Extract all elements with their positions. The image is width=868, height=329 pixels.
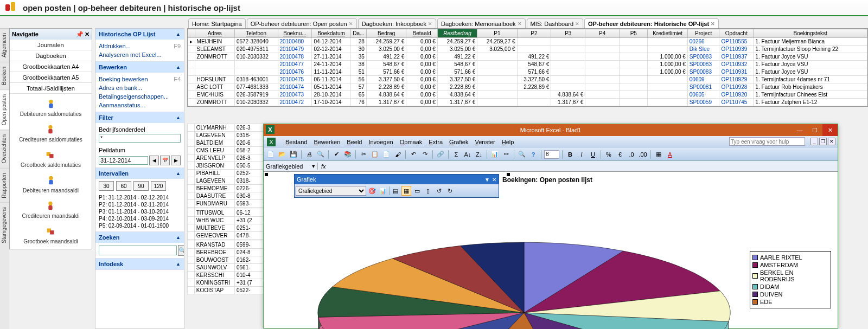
grid-cell[interactable] bbox=[551, 68, 585, 76]
nav-icon-cred-maand[interactable]: Crediteuren maandsaldi bbox=[22, 200, 79, 219]
hyperlink-icon[interactable]: 🔗 bbox=[436, 150, 445, 159]
grid-cell[interactable]: 548,67 € bbox=[517, 61, 551, 68]
table-row[interactable]: SLEEAMST020-49753112010047902-12-2014303… bbox=[188, 46, 867, 53]
grid-cell[interactable] bbox=[585, 61, 620, 68]
grid-cell[interactable]: 1.000,00 € bbox=[648, 68, 687, 76]
table-row[interactable]: HOFSLUNT0318-4630012010047506-11-2014563… bbox=[188, 76, 867, 83]
grid-cell[interactable]: 1.000,00 € bbox=[648, 53, 687, 61]
grid-cell[interactable]: 2.228,89 € bbox=[437, 83, 477, 91]
grid-cell[interactable] bbox=[477, 76, 517, 83]
table-row[interactable]: BOUWOOST0162- bbox=[188, 256, 264, 264]
grid-cell[interactable] bbox=[585, 99, 620, 106]
table-row[interactable]: MULTBEVE0251- bbox=[188, 224, 264, 232]
grid-cell[interactable]: 04-12-2014 bbox=[312, 38, 350, 46]
inc-decimal-icon[interactable]: .0 bbox=[627, 150, 636, 159]
input-peildatum[interactable] bbox=[99, 156, 148, 165]
sort-asc-icon[interactable]: A↓ bbox=[463, 150, 473, 159]
grid-cell[interactable] bbox=[188, 46, 195, 53]
legend-item[interactable]: AMSTERDAM bbox=[752, 261, 828, 269]
grid-cell[interactable] bbox=[517, 46, 551, 53]
grid-cell[interactable] bbox=[620, 68, 648, 76]
font-color-icon[interactable]: A bbox=[665, 150, 675, 159]
vtab-open-posten[interactable]: Open posten bbox=[0, 89, 9, 130]
excel-menu-item[interactable]: Help bbox=[502, 139, 514, 145]
date-next-button[interactable]: ▶ bbox=[171, 156, 181, 165]
excel-menu-item[interactable]: Venster bbox=[475, 139, 495, 145]
tab-close-icon[interactable]: ✕ bbox=[575, 21, 579, 27]
document-tab[interactable]: MIS: Dashboard✕ bbox=[527, 18, 583, 28]
link-aanmaan[interactable]: Aanmaanstatus... bbox=[99, 101, 181, 109]
grid-cell[interactable] bbox=[188, 91, 195, 99]
zoom-icon[interactable]: 🔍 bbox=[517, 150, 527, 159]
grid-cell[interactable]: 20100477 bbox=[278, 61, 312, 68]
document-tab[interactable]: Dagboeken: Inkoopboek✕ bbox=[358, 18, 436, 28]
table-row[interactable]: EMC²HUIS026-35879192010047328-10-2014654… bbox=[188, 91, 867, 99]
grid-cell[interactable]: 1.317,87 € bbox=[437, 99, 477, 106]
chart-format-icon[interactable]: 🎯 bbox=[367, 186, 377, 196]
vtab-boeken[interactable]: Boeken bbox=[0, 62, 9, 89]
excel-menu-item[interactable]: Bewerken bbox=[314, 139, 340, 145]
nav-item-totaal[interactable]: Totaal-/Saldilijsten bbox=[10, 83, 92, 94]
grid-cell[interactable]: 11-11-2014 bbox=[312, 68, 350, 76]
grid-cell[interactable] bbox=[585, 83, 620, 91]
grid-cell[interactable]: 1. Factuur Zutphen E1-12 bbox=[754, 99, 867, 106]
cp-hdr-filter[interactable]: Filter▲ bbox=[95, 112, 184, 123]
nav-item-journalen[interactable]: Journalen bbox=[10, 40, 92, 50]
excel-close-button[interactable]: ✕ bbox=[822, 124, 838, 136]
grid-cell[interactable]: OP110555 bbox=[719, 38, 754, 46]
table-row[interactable]: DAASUTRE030-8 bbox=[188, 192, 264, 200]
grid-cell[interactable]: 0572-328040 bbox=[234, 38, 278, 46]
grid-cell[interactable]: 548,67 € bbox=[437, 61, 477, 68]
grid-header[interactable]: Boekdatum bbox=[312, 29, 350, 38]
grid-header[interactable]: P2 bbox=[517, 29, 551, 38]
grid-cell[interactable] bbox=[648, 46, 687, 53]
grid-header[interactable]: P5 bbox=[620, 29, 648, 38]
vtab-rapporten[interactable]: Rapporten bbox=[0, 168, 9, 203]
grid-cell[interactable]: 010-2030332 bbox=[234, 53, 278, 61]
grid-cell[interactable]: OP110939 bbox=[719, 46, 754, 53]
grid-cell[interactable]: OP110931 bbox=[719, 68, 754, 76]
tab-close-icon[interactable]: ✕ bbox=[518, 21, 522, 27]
grid-header[interactable]: Opdracht bbox=[719, 29, 754, 38]
grid-cell[interactable] bbox=[648, 99, 687, 106]
table-row[interactable]: ▸MEIJHEIN0572-3280402010048004-12-201428… bbox=[188, 38, 867, 46]
redo-icon[interactable]: ↷ bbox=[420, 150, 430, 159]
grid-cell[interactable]: HOFSLUNT bbox=[195, 76, 234, 83]
pin-icon[interactable]: 📌 bbox=[76, 31, 84, 38]
save-icon[interactable]: 💾 bbox=[289, 150, 298, 159]
grid-cell[interactable]: 491,22 € bbox=[366, 53, 406, 61]
grid-cell[interactable] bbox=[620, 99, 648, 106]
nav-item-dagboeken[interactable]: Dagboeken bbox=[10, 50, 92, 61]
preview-icon[interactable]: 🔍 bbox=[316, 150, 326, 159]
grid-cell[interactable]: 20100478 bbox=[278, 53, 312, 61]
grid-cell[interactable]: 020-4975311 bbox=[234, 46, 278, 53]
selection-handle[interactable] bbox=[265, 173, 268, 176]
table-row[interactable]: LAGEVEEN0318- bbox=[188, 177, 264, 185]
table-row[interactable]: ZONMROTT010-20303322010047827-11-2014354… bbox=[188, 53, 867, 61]
nav-icon-cred-saldo[interactable]: Crediteuren saldomutaties bbox=[19, 124, 82, 143]
grid-cell[interactable] bbox=[195, 61, 234, 68]
cut-icon[interactable]: ✂ bbox=[359, 150, 368, 159]
grid-cell[interactable] bbox=[234, 61, 278, 68]
grid-cell[interactable] bbox=[195, 68, 234, 76]
grid-cell[interactable]: 1.317,87 € bbox=[366, 99, 406, 106]
grid-cell[interactable]: 3.327,50 € bbox=[437, 76, 477, 83]
interval-120[interactable]: 120 bbox=[151, 181, 166, 191]
font-size-input[interactable] bbox=[544, 150, 559, 159]
table-row[interactable]: ABC LOTT077-46313332010047405-11-2014572… bbox=[188, 83, 867, 91]
percent-icon[interactable]: % bbox=[604, 150, 614, 159]
grid-cell[interactable] bbox=[551, 61, 585, 68]
vtab-overzichten[interactable]: Overzichten bbox=[0, 130, 9, 167]
spell-icon[interactable]: ✔ bbox=[331, 150, 341, 159]
nav-icon-deb-saldo[interactable]: Debiteuren saldomutaties bbox=[20, 98, 81, 117]
chart-angle-cc-icon[interactable]: ↺ bbox=[434, 186, 444, 196]
grid-cell[interactable]: 1. Factuur Meijerman Bianca bbox=[754, 38, 867, 46]
chart-tb-dropdown-icon[interactable]: ▼ bbox=[484, 177, 490, 183]
grid-cell[interactable]: 0,00 € bbox=[406, 68, 438, 76]
grid-cell[interactable]: OP110932 bbox=[719, 61, 754, 68]
grid-cell[interactable] bbox=[620, 53, 648, 61]
grid-cell[interactable] bbox=[620, 83, 648, 91]
autosum-icon[interactable]: Σ bbox=[451, 150, 461, 159]
grid-header[interactable]: Adres bbox=[195, 29, 234, 38]
currency-icon[interactable]: € bbox=[615, 150, 625, 159]
